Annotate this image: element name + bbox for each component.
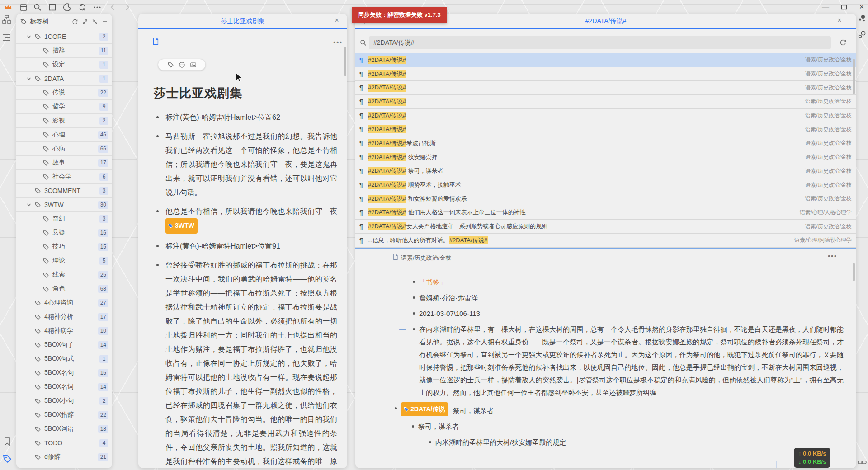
- expand-all-icon[interactable]: [81, 18, 89, 25]
- search-result-row[interactable]: ¶ #2DATA/传说# 和女神短暂的爱情欢乐 语素/历史政治/金枝: [355, 192, 856, 206]
- search-icon[interactable]: [33, 3, 42, 12]
- window-minimize-button[interactable]: —: [820, 2, 831, 13]
- breadcrumb[interactable]: 语素/历史政治/金枝: [401, 254, 451, 262]
- tag-tree-row[interactable]: 技巧 15: [16, 240, 112, 254]
- tag-tree-row[interactable]: 心理 46: [16, 128, 112, 142]
- search-result-row[interactable]: ¶ #2DATA/传说# 祭司，谋杀者 语素/历史政治/金枝: [355, 164, 856, 179]
- graph-view-icon[interactable]: [857, 14, 867, 24]
- search-result-row[interactable]: ¶ #2DATA/传说#希波吕托斯 语素/历史政治/金枝: [355, 136, 856, 150]
- tag-tree-row[interactable]: 设定 1: [16, 58, 112, 72]
- tag-tree-row[interactable]: 影视 2: [16, 114, 112, 128]
- search-result-row[interactable]: ¶ #2DATA/传说# 顺势巫术，接触巫术 语素/历史政治/金枝: [355, 178, 856, 192]
- scrollbar-thumb[interactable]: [853, 59, 855, 94]
- min-panel-icon[interactable]: [101, 18, 108, 25]
- search-result-row[interactable]: ¶ #2DATA/传说# 语素/历史政治/金枝: [355, 109, 856, 123]
- dark-mode-moon-icon[interactable]: [63, 3, 72, 12]
- search-result-row[interactable]: ¶ #2DATA/传说#女人要严格地遵守一系列顺势或者心灵感应原则的规则 语素/…: [355, 220, 856, 234]
- tag-tree-row[interactable]: 传说 22: [16, 86, 112, 100]
- tag-tree-row[interactable]: 3COMMENT 3: [16, 184, 112, 198]
- preview-list-item[interactable]: 詹姆斯·乔治·弗雷泽: [355, 291, 856, 304]
- add-tag-icon[interactable]: [167, 61, 174, 68]
- tag-tree-row[interactable]: 2DATA 1: [16, 72, 112, 86]
- scrollbar-thumb[interactable]: [853, 263, 855, 281]
- doc-list-item[interactable]: 他总是不肯相信，所以我请他今晚也来陪我们守一夜3WTW: [154, 204, 337, 234]
- window-close-button[interactable]: ×: [856, 2, 867, 13]
- refresh-search-icon[interactable]: [839, 38, 847, 47]
- collapse-dash-icon[interactable]: —: [399, 323, 406, 336]
- tag-tree-row[interactable]: 线索 25: [16, 268, 112, 282]
- tag-tree-row[interactable]: 4心理咨询 27: [16, 296, 112, 310]
- window-maximize-button[interactable]: [840, 3, 848, 11]
- preview-list-item[interactable]: — 在内米湖畔的圣林里，有一棵大树，在这棵大树的周围，总有一个令人毛骨悚然的身影…: [355, 323, 844, 399]
- document-tab-title[interactable]: 莎士比亚戏剧集: [138, 17, 347, 25]
- search-result-row[interactable]: ¶ #2DATA/传说# 语素/历史政治/金枝: [355, 81, 856, 95]
- search-result-row[interactable]: ¶ #2DATA/传说# 他们用人格这一词来表示上帝三位一体的神性 语素/心理/…: [355, 206, 856, 220]
- nav-forward-icon[interactable]: [123, 3, 132, 12]
- document-more-icon[interactable]: •••: [333, 39, 343, 46]
- tag-tree-row[interactable]: 1CORE 2: [16, 30, 112, 44]
- chevron-down-icon[interactable]: [26, 34, 32, 39]
- link-dock-icon[interactable]: [857, 457, 867, 467]
- tag-tree-row[interactable]: d修辞 21: [16, 450, 112, 464]
- tag-dock-icon-active[interactable]: [2, 454, 12, 464]
- search-result-row[interactable]: ¶ #2DATA/传说# 语素/历史政治/金枝: [355, 95, 856, 109]
- scrollbar-thumb[interactable]: [344, 47, 346, 76]
- search-result-row[interactable]: ¶ #2DATA/传说# 语素/历史政治/金枝: [355, 122, 856, 136]
- tag-tree-row[interactable]: 措辞 11: [16, 44, 112, 58]
- tag-tree-row[interactable]: 5BOX句式 1: [16, 352, 112, 366]
- tag-tree-row[interactable]: 心病 66: [16, 142, 112, 156]
- dock-window-icon[interactable]: [48, 3, 57, 12]
- chevron-down-icon[interactable]: [26, 202, 32, 207]
- search-input[interactable]: [369, 36, 831, 49]
- more-menu-icon[interactable]: [93, 3, 102, 12]
- tag-tree-row[interactable]: 故事 17: [16, 156, 112, 170]
- tag-tree-row[interactable]: TODO 4: [16, 436, 112, 450]
- page-title[interactable]: 莎士比亚戏剧集: [154, 85, 242, 101]
- tag-tree-row[interactable]: 社会学 6: [16, 170, 112, 184]
- tag-tree-row[interactable]: 3WTW 30: [16, 198, 112, 212]
- bookmark-dock-icon[interactable]: [2, 437, 12, 446]
- doc-list-item[interactable]: 马西勒斯 霍拉旭说那不过是我们的幻想。我告诉他我们已经两次看见这一个可怕的怪象，…: [154, 129, 337, 199]
- tag-tree-row[interactable]: 5BOX小句 2: [16, 394, 112, 408]
- tab-close-icon[interactable]: ×: [333, 16, 341, 24]
- search-result-row[interactable]: ¶ #2DATA/传说# 狄安娜崇拜 语素/历史政治/金枝: [355, 150, 856, 164]
- tag-tree-row[interactable]: 奇幻 3: [16, 212, 112, 226]
- tag-tree-row[interactable]: 角色 68: [16, 282, 112, 296]
- tag-tree-row[interactable]: 5BOX名词 14: [16, 380, 112, 394]
- inline-tag-pill[interactable]: 3WTW: [165, 218, 198, 234]
- preview-list-item[interactable]: 内米湖畔的圣林里的大树/狄安娜圣殿的规定: [355, 436, 856, 449]
- tab-close-icon[interactable]: ×: [835, 16, 844, 24]
- backlinks-icon[interactable]: [857, 30, 867, 40]
- nav-back-icon[interactable]: [108, 3, 118, 12]
- inline-tag-pill[interactable]: 2DATA/传说: [401, 402, 448, 416]
- crown-icon[interactable]: [4, 3, 13, 12]
- daily-note-icon[interactable]: [19, 3, 28, 12]
- outline-dock-icon[interactable]: [2, 33, 12, 42]
- tag-tree-row[interactable]: 理论 5: [16, 254, 112, 268]
- tag-tree-row[interactable]: 悬疑 16: [16, 226, 112, 240]
- tag-tree-row[interactable]: 5BOX句子 14: [16, 338, 112, 352]
- document-file-icon[interactable]: [151, 37, 160, 45]
- search-result-row[interactable]: ¶ ...信息，聆听他人的所有对话。#2DATA/传说# 语素/心理/阿德勒心理…: [355, 234, 856, 248]
- tag-tree-row[interactable]: 4精神分析 17: [16, 310, 112, 324]
- doc-list-item[interactable]: 标注(黄色)-哈姆雷特Hamlet>位置91: [154, 239, 337, 253]
- add-banner-image-icon[interactable]: [190, 61, 197, 68]
- panel-splitter[interactable]: [355, 248, 856, 249]
- search-result-row[interactable]: ¶ #2DATA/传说# 语素/历史政治/金枝: [355, 53, 856, 67]
- document-tab[interactable]: 莎士比亚戏剧集 ×: [138, 14, 347, 28]
- tag-tree-row[interactable]: 5BOX名句 16: [16, 366, 112, 380]
- doc-list-item[interactable]: 标注(黄色)-哈姆雷特Hamlet>位置62: [154, 110, 337, 124]
- tag-tree-row[interactable]: 5BOX措辞 22: [16, 408, 112, 422]
- preview-list-item[interactable]: 祭司，谋杀者: [355, 420, 856, 433]
- sync-icon[interactable]: [78, 3, 87, 12]
- collapse-all-icon[interactable]: [91, 18, 99, 25]
- preview-more-icon[interactable]: •••: [828, 253, 837, 260]
- preview-list-item[interactable]: 2021-03-07\106-113: [355, 307, 856, 320]
- preview-list-item[interactable]: 「书签」: [355, 276, 856, 288]
- chevron-down-icon[interactable]: [26, 76, 32, 81]
- preview-list-item[interactable]: 2DATA/传说 祭司，谋杀者: [355, 402, 856, 417]
- doc-list-item[interactable]: 曾经接受骄矜好胜的挪威的福丁布拉斯的挑战；在那一次决斗中间，我们的勇武的哈姆雷特…: [154, 258, 337, 468]
- search-result-row[interactable]: ¶ #2DATA/传说# 语素/历史政治/金枝: [355, 67, 856, 81]
- tag-tree-row[interactable]: 5BOX词语 18: [16, 422, 112, 436]
- add-emoji-icon[interactable]: [179, 61, 185, 68]
